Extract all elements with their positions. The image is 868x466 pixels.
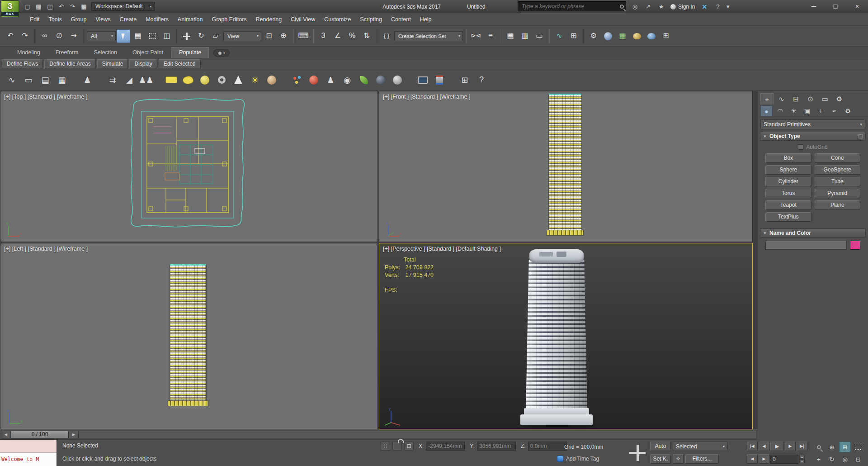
frame-back-button[interactable]: ◀ (747, 454, 758, 464)
cameras-category-tab[interactable]: ▣ (801, 105, 813, 116)
tan-sphere-icon[interactable] (265, 74, 278, 86)
previous-frame-button[interactable]: ◀ (1, 431, 11, 438)
plane-button[interactable]: Plane (815, 200, 861, 210)
snaps-toggle-3d-icon[interactable]: 3 (316, 29, 330, 43)
hierarchy-panel-tab[interactable]: ⊟ (789, 93, 802, 105)
dark-sphere-icon[interactable] (374, 74, 387, 86)
menu-create[interactable]: Create (115, 14, 142, 25)
select-and-scale-icon[interactable]: ▱ (209, 29, 222, 43)
gray-sphere-icon[interactable] (391, 74, 404, 86)
shapes-category-tab[interactable]: ◠ (774, 105, 786, 116)
menu-civil-view[interactable]: Civil View (286, 14, 320, 25)
helpers-category-tab[interactable]: + (815, 105, 827, 116)
torus-button[interactable]: Torus (765, 189, 811, 198)
foliage-leaf-icon[interactable] (358, 74, 370, 86)
utilities-panel-tab[interactable]: ⚙ (833, 93, 846, 105)
zoom-icon[interactable] (813, 442, 825, 452)
auto-key-button[interactable]: Auto (650, 442, 671, 451)
display-button[interactable]: Display (129, 59, 157, 68)
pan-view-icon[interactable]: + (813, 454, 825, 465)
menu-scripting[interactable]: Scripting (355, 14, 387, 25)
ramp-icon[interactable]: ◢ (123, 74, 136, 86)
viewport-perspective-label[interactable]: [+] [Perspective ] [Standard ] [Default … (383, 246, 501, 252)
rendered-frame-window-icon[interactable]: ▦ (616, 29, 629, 43)
maxscript-mini-listener[interactable]: Welcome to M (0, 440, 57, 466)
idle-area-blob-icon[interactable] (182, 74, 194, 86)
sign-in-button[interactable]: Sign In (669, 4, 697, 10)
lights-category-tab[interactable]: ☀ (788, 105, 800, 116)
reference-coordinate-dropdown[interactable]: View ▾ (223, 31, 261, 41)
search-input[interactable] (522, 3, 620, 10)
max-logo[interactable]: 3 MAX (1, 0, 19, 17)
angle-snap-toggle-icon[interactable]: ∠ (331, 29, 344, 43)
render-iterative-icon[interactable] (645, 29, 658, 43)
menu-help[interactable]: Help (415, 14, 436, 25)
create-flow-icon[interactable]: ∿ (5, 74, 18, 86)
modify-panel-tab[interactable]: ∿ (775, 93, 788, 105)
menu-tools[interactable]: Tools (44, 14, 66, 25)
define-flows-button[interactable]: Define Flows (2, 59, 43, 68)
edit-named-selection-sets-icon[interactable]: { } (380, 29, 393, 43)
seat-sphere-icon[interactable] (198, 74, 211, 86)
tab-modeling[interactable]: Modeling (10, 48, 47, 58)
y-coordinate-field[interactable]: 3856,991mm (477, 442, 516, 451)
infocenter-search[interactable] (518, 1, 626, 11)
subscription-icon[interactable]: ◎ (629, 1, 641, 12)
redo-scene-icon[interactable]: ↷ (18, 29, 32, 43)
viewport-top-label[interactable]: [+] [Top ] [Standard ] [Wireframe ] (4, 94, 87, 100)
viewport-perspective[interactable]: [+] [Perspective ] [Standard ] [Default … (379, 243, 753, 429)
simulate-button[interactable]: Simulate (97, 59, 128, 68)
select-and-link-icon[interactable]: ∞ (38, 29, 52, 43)
new-scene-icon[interactable]: ▢ (22, 1, 33, 12)
tab-selection[interactable]: Selection (86, 48, 124, 58)
menu-content[interactable]: Content (387, 14, 415, 25)
current-frame-field[interactable] (770, 455, 798, 464)
menu-customize[interactable]: Customize (320, 14, 355, 25)
key-selection-dropdown[interactable]: Selected ▾ (673, 442, 728, 451)
systems-category-tab[interactable]: ⚙ (842, 105, 854, 116)
select-and-manipulate-icon[interactable]: ⊕ (277, 29, 290, 43)
macro-recorder-pane[interactable] (0, 440, 57, 453)
select-object-button[interactable] (117, 29, 130, 43)
key-filters-button[interactable]: Filters... (685, 454, 719, 464)
selection-filter-dropdown[interactable]: All ▾ (87, 31, 116, 41)
search-icon[interactable] (620, 5, 624, 9)
menu-graph-editors[interactable]: Graph Editors (207, 14, 251, 25)
pyramid-button[interactable]: Pyramid (815, 189, 861, 198)
named-selection-set-dropdown[interactable]: Create Selection Set ▾ (394, 31, 463, 41)
rectangular-selection-region-icon[interactable] (146, 29, 159, 43)
undo-icon[interactable]: ↶ (56, 1, 67, 12)
share-icon[interactable]: ↗ (642, 1, 654, 12)
spinner-up-icon[interactable]: ▲ (799, 455, 805, 459)
monitor-icon[interactable] (416, 74, 429, 86)
red-sphere-icon[interactable] (307, 74, 320, 86)
people-icon[interactable]: ♟ (81, 74, 94, 86)
minimize-button[interactable]: ─ (803, 0, 825, 13)
previous-key-button[interactable]: ◀ (759, 442, 769, 451)
menu-edit[interactable]: Edit (25, 14, 44, 25)
menu-rendering[interactable]: Rendering (251, 14, 287, 25)
curve-editor-icon[interactable]: ∿ (552, 29, 566, 43)
autogrid-checkbox[interactable] (798, 144, 803, 150)
frame-spinner[interactable]: ▲ ▼ (799, 455, 805, 463)
schematic-view-icon[interactable]: ⊞ (567, 29, 580, 43)
geosphere-button[interactable]: GeoSphere (815, 165, 861, 175)
viewport-front-label[interactable]: [+] [Front ] [Standard ] [Wireframe ] (383, 94, 470, 100)
mirror-icon[interactable]: ⊳⊲ (469, 29, 483, 43)
textplus-button[interactable]: TextPlus (765, 212, 811, 222)
torus-icon[interactable] (215, 74, 228, 86)
play-animation-button[interactable]: ▶ (770, 442, 784, 451)
autodesk-x-icon[interactable]: ✕ (698, 3, 710, 10)
select-and-rotate-icon[interactable]: ↻ (194, 29, 208, 43)
use-pivot-center-icon[interactable]: ⊡ (262, 29, 276, 43)
x-coordinate-field[interactable]: -2949,154mm (426, 442, 465, 451)
bind-to-space-warp-icon[interactable]: ⇝ (67, 29, 80, 43)
open-file-icon[interactable]: ▤ (33, 1, 44, 12)
viewport-left-label[interactable]: [+] [Left ] [Standard ] [Wireframe ] (4, 246, 88, 252)
cylinder-button[interactable]: Cylinder (765, 177, 811, 186)
menu-animation[interactable]: Animation (173, 14, 208, 25)
teapot-button[interactable]: Teapot (765, 200, 811, 210)
tab-object-paint[interactable]: Object Paint (125, 48, 170, 58)
cone-button[interactable]: Cone (815, 153, 861, 163)
undo-scene-icon[interactable]: ↶ (4, 29, 17, 43)
